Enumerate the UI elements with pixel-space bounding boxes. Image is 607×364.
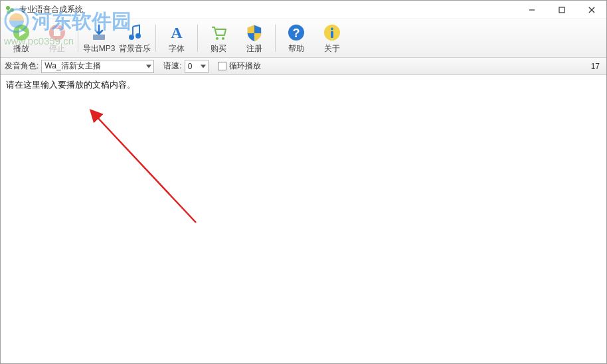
font-label: 字体: [169, 43, 185, 54]
svg-text:A: A: [171, 24, 183, 41]
register-button[interactable]: 注册: [236, 21, 272, 56]
font-icon: A: [167, 22, 187, 43]
loop-checkbox[interactable]: [218, 62, 226, 70]
font-button[interactable]: A 字体: [159, 21, 195, 56]
stop-label: 停止: [49, 43, 65, 54]
svg-point-16: [222, 37, 224, 40]
toolbar-separator: [275, 25, 276, 52]
stop-icon: [47, 22, 67, 43]
play-button[interactable]: 播放: [3, 21, 39, 56]
export-mp3-button[interactable]: 导出MP3: [81, 21, 117, 56]
content-textarea[interactable]: [1, 75, 606, 363]
speed-label: 语速:: [163, 60, 181, 72]
main-toolbar: 播放 停止 导出MP3: [1, 19, 606, 58]
app-window: 专业语音合成系统 播放: [0, 0, 607, 364]
voice-select[interactable]: Wa_清新女主播: [41, 60, 154, 73]
editor-area: [1, 75, 606, 363]
toolbar-separator: [155, 25, 156, 52]
svg-rect-4: [559, 7, 564, 13]
window-title: 专业语音合成系统: [19, 4, 83, 15]
bgm-button[interactable]: 背景音乐: [117, 21, 153, 56]
svg-rect-10: [54, 29, 60, 36]
maximize-button[interactable]: [547, 1, 576, 19]
play-icon: [11, 22, 31, 43]
voice-label: 发音角色:: [5, 60, 39, 72]
buy-label: 购买: [211, 43, 226, 54]
toolbar-separator: [78, 25, 78, 52]
svg-rect-21: [331, 31, 333, 38]
play-label: 播放: [13, 43, 29, 54]
toolbar-separator: [197, 25, 198, 52]
export-label: 导出MP3: [83, 43, 116, 54]
svg-point-0: [6, 6, 10, 10]
speed-value: 0: [188, 62, 193, 71]
svg-point-2: [7, 10, 11, 14]
close-button[interactable]: [576, 1, 606, 19]
help-icon: ?: [286, 22, 306, 43]
speed-select[interactable]: 0: [185, 60, 209, 73]
help-button[interactable]: ? 帮助: [278, 21, 314, 56]
register-label: 注册: [246, 43, 262, 54]
options-bar: 发音角色: Wa_清新女主播 语速: 0 循环播放 17: [1, 58, 606, 75]
voice-value: Wa_清新女主播: [44, 60, 100, 72]
window-controls: [517, 1, 606, 19]
stop-button: 停止: [39, 21, 75, 56]
buy-button[interactable]: 购买: [201, 21, 236, 56]
titlebar: 专业语音合成系统: [1, 1, 606, 19]
minimize-button[interactable]: [517, 1, 547, 19]
shield-icon: [244, 22, 264, 43]
music-note-icon: [125, 22, 145, 43]
app-icon: [5, 5, 15, 15]
svg-point-15: [216, 37, 218, 40]
export-icon: [89, 22, 109, 43]
svg-text:?: ?: [293, 27, 300, 40]
help-label: 帮助: [288, 43, 304, 54]
svg-rect-11: [93, 35, 105, 40]
svg-point-13: [135, 33, 141, 39]
info-icon: [322, 22, 342, 43]
about-label: 关于: [324, 43, 340, 54]
loop-label: 循环播放: [229, 60, 261, 72]
cart-icon: [209, 22, 228, 43]
about-button[interactable]: 关于: [314, 21, 350, 56]
bgm-label: 背景音乐: [119, 43, 151, 54]
char-count: 17: [591, 62, 600, 71]
chevron-down-icon: [201, 64, 206, 68]
svg-point-20: [331, 27, 333, 30]
svg-point-1: [10, 8, 14, 12]
chevron-down-icon: [146, 64, 151, 68]
